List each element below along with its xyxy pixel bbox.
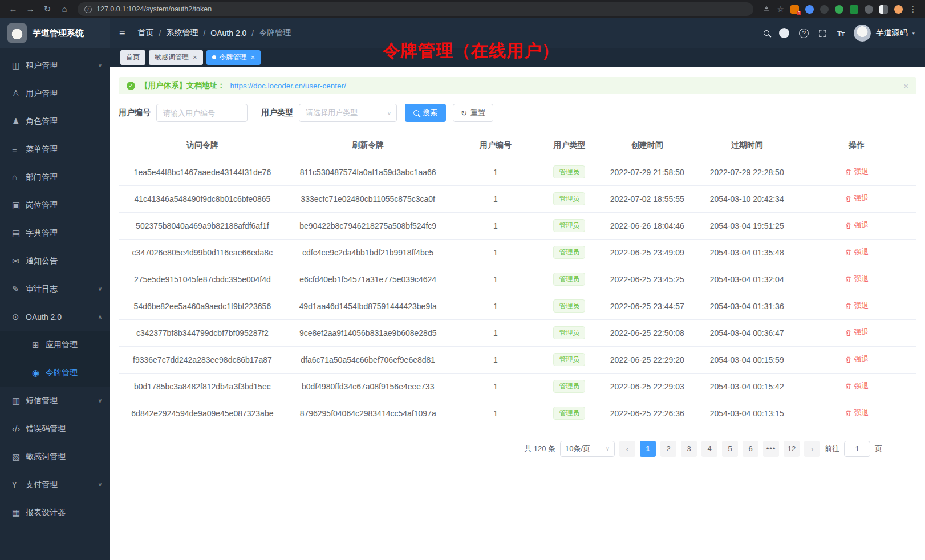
sidebar-item-oauth2[interactable]: ⊙OAuth 2.0∧: [0, 303, 110, 331]
force-logout-button[interactable]: 强退: [845, 220, 869, 230]
collapse-sidebar-icon[interactable]: ≡: [119, 27, 125, 39]
sensitive-word-icon: ▧: [12, 452, 26, 462]
page-button-5[interactable]: 5: [722, 441, 738, 457]
sidebar-item-notice[interactable]: ✉通知公告: [0, 247, 110, 275]
extension-icon[interactable]: [879, 5, 888, 14]
page-button-4[interactable]: 4: [701, 441, 717, 457]
menu-list-icon: ≡: [12, 144, 26, 154]
share-icon[interactable]: [762, 5, 770, 14]
sidebar-item-dept[interactable]: ⌂部门管理: [0, 163, 110, 191]
extension-badge: 0: [797, 11, 801, 15]
page-button-2[interactable]: 2: [660, 441, 676, 457]
browser-reload-icon[interactable]: ↻: [40, 0, 55, 18]
tab-sensitive-word[interactable]: 敏感词管理×: [149, 50, 203, 65]
tab-home[interactable]: 首页: [120, 50, 145, 65]
table-row: 6d842e2924594de9a09e45e087323abe8796295f…: [119, 400, 916, 427]
force-logout-button[interactable]: 强退: [845, 193, 869, 204]
breadcrumb-item-2[interactable]: OAuth 2.0: [210, 29, 246, 38]
sidebar-item-dict[interactable]: ▤字典管理: [0, 219, 110, 247]
github-icon[interactable]: [779, 28, 789, 38]
sidebar-item-audit-log[interactable]: ✎审计日志∨: [0, 275, 110, 303]
page-size-select[interactable]: 10条/页 ∨: [560, 441, 615, 457]
sidebar-item-user[interactable]: ♙用户管理: [0, 79, 110, 107]
user-menu[interactable]: 芋道源码 ▾: [854, 25, 915, 42]
browser-forward-icon[interactable]: →: [23, 0, 38, 18]
next-page-button[interactable]: ›: [804, 441, 820, 457]
page-button-12[interactable]: 12: [784, 441, 800, 457]
goto-page-input[interactable]: [844, 441, 870, 457]
force-logout-button[interactable]: 强退: [845, 408, 869, 418]
sidebar-item-tenant[interactable]: ◫租户管理∨: [0, 51, 110, 79]
bookmark-star-icon[interactable]: ☆: [777, 5, 784, 14]
action-cell: 强退: [797, 400, 916, 427]
app-logo-row[interactable]: 芋道管理系统: [0, 18, 110, 48]
browser-back-icon[interactable]: ←: [6, 0, 21, 18]
sidebar-item-error-code[interactable]: ‹/›错误码管理: [0, 415, 110, 443]
force-logout-button[interactable]: 强退: [845, 354, 869, 364]
refresh-token-cell: dfa6c71a50a54c66bef706ef9e6e8d81: [286, 346, 450, 373]
breadcrumb: 首页/系统管理/OAuth 2.0/令牌管理: [138, 28, 291, 38]
address-bar[interactable]: i 127.0.0.1:1024/system/oauth2/token: [78, 2, 753, 16]
site-info-icon[interactable]: i: [84, 6, 92, 13]
force-logout-button[interactable]: 强退: [845, 247, 869, 257]
browser-menu-kebab-icon[interactable]: ⋮: [909, 5, 917, 14]
sidebar-item-menu[interactable]: ≡菜单管理: [0, 135, 110, 163]
reset-button[interactable]: ↻ 重置: [453, 104, 493, 122]
extension-icon[interactable]: [835, 5, 843, 14]
alert-close-icon[interactable]: ×: [903, 81, 908, 91]
extension-icon[interactable]: [805, 5, 814, 14]
breadcrumb-item-1[interactable]: 系统管理: [166, 28, 198, 38]
sidebar-item-pay[interactable]: ¥支付管理∨: [0, 470, 110, 498]
user-type-label: 用户类型: [261, 108, 293, 118]
tab-close-icon[interactable]: ×: [193, 54, 197, 61]
tab-close-icon[interactable]: ×: [251, 54, 255, 61]
username: 芋道源码: [875, 28, 907, 38]
sidebar-item-post[interactable]: ▣岗位管理: [0, 191, 110, 219]
expire-time-cell: 2054-03-04 19:51:25: [697, 212, 797, 239]
sidebar-item-report[interactable]: ▦报表设计器: [0, 498, 110, 526]
force-logout-button[interactable]: 强退: [845, 274, 869, 284]
browser-home-icon[interactable]: ⌂: [57, 0, 72, 18]
page-button-6[interactable]: 6: [743, 441, 758, 457]
alert-doc-link[interactable]: https://doc.iocoder.cn/user-center/: [230, 82, 346, 90]
column-header-6: 操作: [797, 132, 916, 159]
refresh-token-cell: 333ecfc71e02480cb11055c875c3ca0f: [286, 185, 450, 212]
sidebar-item-sms[interactable]: ▥短信管理∨: [0, 387, 110, 415]
force-logout-button[interactable]: 强退: [845, 327, 869, 338]
force-logout-button[interactable]: 强退: [845, 381, 869, 391]
prev-page-button[interactable]: ‹: [619, 441, 635, 457]
help-icon[interactable]: ?: [799, 29, 809, 38]
font-size-icon[interactable]: TT: [837, 29, 844, 38]
force-logout-label: 强退: [854, 167, 869, 177]
force-logout-button[interactable]: 强退: [845, 301, 869, 311]
page-button-3[interactable]: 3: [681, 441, 697, 457]
tab-token[interactable]: 令牌管理×: [206, 50, 261, 65]
page-button-1[interactable]: 1: [640, 441, 656, 457]
page-ellipsis[interactable]: •••: [763, 441, 779, 457]
extension-icon[interactable]: [865, 5, 873, 14]
profile-avatar-icon[interactable]: [894, 5, 903, 14]
sidebar-item-app[interactable]: ⊞应用管理: [0, 331, 110, 359]
extension-icon[interactable]: [820, 5, 829, 14]
sidebar-item-label: 支付管理: [26, 480, 98, 490]
action-cell: 强退: [797, 159, 916, 185]
sidebar-item-token[interactable]: ◉令牌管理: [0, 359, 110, 387]
table-row: 1ea5e44f8bc1467aaede43144f31de76811c5304…: [119, 159, 916, 185]
search-icon[interactable]: [764, 30, 769, 36]
breadcrumb-item-0[interactable]: 首页: [138, 28, 154, 38]
sidebar-item-sensitive-word[interactable]: ▧敏感词管理: [0, 443, 110, 470]
user-type-badge: 管理员: [553, 407, 585, 420]
user-type-select[interactable]: 请选择用户类型 ∨: [299, 104, 397, 122]
chevron-down-icon: ∨: [98, 62, 102, 68]
extension-icon[interactable]: 0: [790, 5, 799, 14]
user-type-badge: 管理员: [553, 165, 585, 178]
extension-puzzle-icon[interactable]: [850, 5, 858, 14]
force-logout-button[interactable]: 强退: [845, 167, 869, 177]
refresh-token-cell: be90422b8c7946218275a508bf524fc9: [286, 212, 450, 239]
user-id-input[interactable]: [156, 104, 248, 122]
sidebar-item-role[interactable]: ♟角色管理: [0, 107, 110, 135]
force-logout-label: 强退: [854, 327, 869, 338]
fullscreen-icon[interactable]: [818, 29, 827, 38]
user-type-badge: 管理员: [553, 219, 585, 232]
search-button[interactable]: 搜索: [405, 104, 446, 122]
